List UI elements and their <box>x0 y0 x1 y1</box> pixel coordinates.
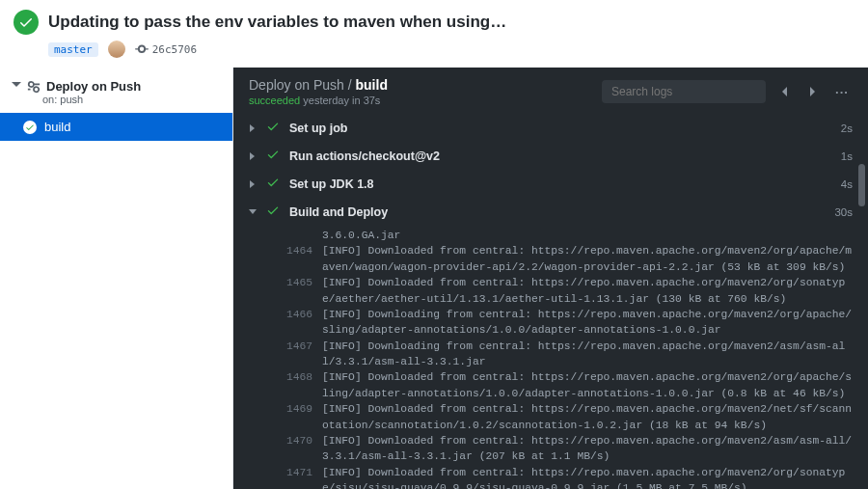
more-menu-button[interactable]: ··· <box>831 81 853 102</box>
step-duration: 4s <box>841 178 853 190</box>
step-duration: 2s <box>841 122 853 134</box>
line-text: [INFO] Downloaded from central: https://… <box>322 243 854 275</box>
check-icon <box>266 204 280 220</box>
step-duration: 1s <box>841 150 853 162</box>
line-text: [INFO] Downloaded from central: https://… <box>322 275 854 307</box>
log-panel: Deploy on Push / build succeeded yesterd… <box>233 68 868 489</box>
log-line: 1471[INFO] Downloaded from central: http… <box>282 465 854 489</box>
line-text: [INFO] Downloading from central: https:/… <box>322 307 854 339</box>
breadcrumb-root[interactable]: Deploy on Push <box>249 77 344 93</box>
step-label: Set up JDK 1.8 <box>289 177 374 191</box>
branch-tag[interactable]: master <box>48 42 98 57</box>
step-row[interactable]: Set up job2s <box>233 114 868 142</box>
line-number: 1464 <box>282 243 322 275</box>
check-icon <box>23 121 37 134</box>
commit-sha[interactable]: 26c5706 <box>135 42 197 56</box>
chevron-right-icon <box>249 152 257 160</box>
check-icon <box>266 176 280 192</box>
step-label: Run actions/checkout@v2 <box>289 149 440 163</box>
chevron-down-icon <box>249 208 257 216</box>
log-line: 1465[INFO] Downloaded from central: http… <box>282 275 854 307</box>
log-line: 3.6.0.GA.jar <box>282 228 854 243</box>
log-output: 3.6.0.GA.jar1464[INFO] Downloaded from c… <box>233 226 868 489</box>
line-text: 3.6.0.GA.jar <box>322 228 854 243</box>
step-duration: 30s <box>834 206 853 218</box>
run-status: succeeded yesterday in 37s <box>249 95 388 106</box>
step-row[interactable]: Build and Deploy30s <box>233 198 868 226</box>
job-row-build[interactable]: build <box>0 113 232 141</box>
line-number: 1466 <box>282 307 322 339</box>
step-label: Set up job <box>289 122 347 135</box>
workflow-icon <box>27 80 41 94</box>
breadcrumb-leaf: build <box>356 77 388 93</box>
status-check-icon <box>14 10 39 35</box>
job-name: build <box>44 120 70 134</box>
log-line: 1467[INFO] Downloading from central: htt… <box>282 339 854 370</box>
line-text: [INFO] Downloaded from central: https://… <box>322 401 854 433</box>
scrollbar-thumb[interactable] <box>858 164 865 206</box>
line-number: 1465 <box>282 275 322 307</box>
breadcrumb: Deploy on Push / build <box>249 77 388 93</box>
log-line: 1468[INFO] Downloaded from central: http… <box>282 369 854 401</box>
line-number <box>282 228 322 243</box>
sidebar: Deploy on Push on: push build <box>0 68 233 489</box>
line-text: [INFO] Downloaded from central: https://… <box>322 369 854 401</box>
line-text: [INFO] Downloading from central: https:/… <box>322 339 854 370</box>
check-icon <box>266 148 280 164</box>
author-avatar[interactable] <box>108 41 125 58</box>
line-text: [INFO] Downloaded from central: https://… <box>322 433 854 465</box>
breadcrumb-sep: / <box>344 77 356 93</box>
log-line: 1466[INFO] Downloading from central: htt… <box>282 307 854 339</box>
chevron-right-icon <box>249 180 257 188</box>
check-icon <box>266 120 280 136</box>
search-input[interactable] <box>602 80 766 103</box>
step-row[interactable]: Set up JDK 1.84s <box>233 170 868 198</box>
step-label: Build and Deploy <box>289 205 388 219</box>
prev-button[interactable] <box>773 81 795 102</box>
line-number: 1468 <box>282 369 322 401</box>
chevron-right-icon <box>249 124 257 132</box>
step-row[interactable]: Run actions/checkout@v21s <box>233 142 868 170</box>
log-line: 1469[INFO] Downloaded from central: http… <box>282 401 854 433</box>
commit-title: Updating to pass the env variables to ma… <box>48 13 506 32</box>
log-line: 1470[INFO] Downloaded from central: http… <box>282 433 854 465</box>
commit-sha-text: 26c5706 <box>152 43 197 56</box>
workflow-trigger: on: push <box>12 94 221 105</box>
line-number: 1467 <box>282 339 322 370</box>
line-number: 1471 <box>282 465 322 489</box>
line-number: 1470 <box>282 433 322 465</box>
line-number: 1469 <box>282 401 322 433</box>
line-text: [INFO] Downloaded from central: https://… <box>322 465 854 489</box>
next-button[interactable] <box>802 81 824 102</box>
log-line: 1464[INFO] Downloaded from central: http… <box>282 243 854 275</box>
workflow-name: Deploy on Push <box>46 79 141 94</box>
workflow-row[interactable]: Deploy on Push <box>12 79 221 94</box>
